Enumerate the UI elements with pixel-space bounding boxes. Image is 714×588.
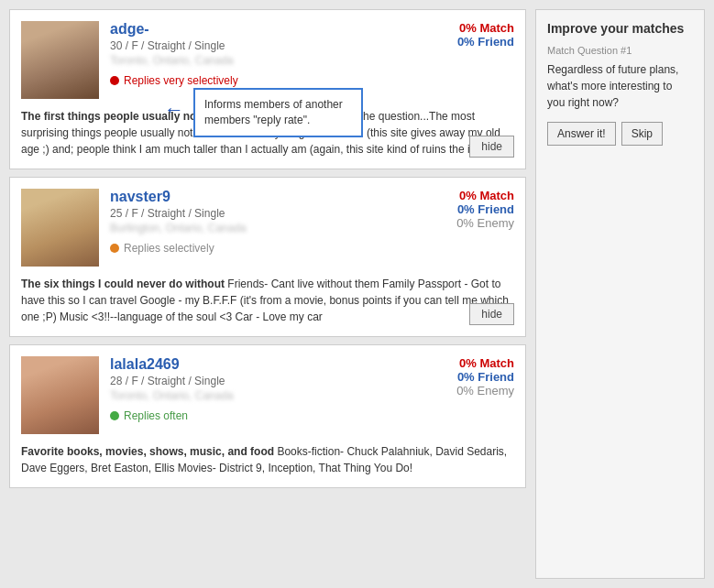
profile-name-link[interactable]: navster9: [110, 189, 170, 204]
profile-header: navster9 25 / F / Straight / Single Burl…: [21, 189, 514, 267]
skip-button[interactable]: Skip: [621, 122, 663, 146]
reply-status: Replies often: [110, 409, 412, 422]
profile-bio: Favorite books, movies, shows, music, an…: [21, 443, 514, 476]
reply-status: Replies selectively: [110, 242, 412, 255]
avatar[interactable]: [21, 356, 99, 434]
friend-percent: 0% Friend: [423, 370, 514, 384]
hide-button[interactable]: hide: [469, 303, 514, 325]
profile-details: 30 / F / Straight / Single: [110, 39, 412, 52]
profile-header: lalala2469 28 / F / Straight / Single To…: [21, 356, 514, 434]
reply-dot: [110, 76, 119, 85]
tooltip-box: Informs members of another members "repl…: [193, 88, 363, 137]
match-percent: 0% Match: [423, 189, 514, 202]
profile-name-link[interactable]: lalala2469: [110, 356, 180, 372]
sidebar: Improve your matches Match Question #1 R…: [535, 9, 705, 579]
avatar[interactable]: [21, 21, 99, 99]
reply-status-text: Replies selectively: [124, 242, 214, 255]
profile-info: navster9 25 / F / Straight / Single Burl…: [110, 189, 412, 267]
answer-button[interactable]: Answer it!: [547, 122, 616, 146]
reply-status: Replies very selectively: [110, 74, 412, 87]
profile-name-link[interactable]: adge-: [110, 21, 149, 37]
friend-percent: 0% Friend: [423, 202, 514, 216]
match-stats: 0% Match 0% Friend 0% Enemy: [423, 189, 514, 267]
sidebar-title: Improve your matches: [547, 21, 693, 36]
profile-details: 28 / F / Straight / Single: [110, 375, 412, 387]
reply-dot: [110, 411, 119, 420]
reply-status-text: Replies very selectively: [124, 74, 238, 87]
location-text: Burlington, Ontario, Canada: [110, 222, 247, 234]
profile-card: lalala2469 28 / F / Straight / Single To…: [9, 344, 526, 488]
reply-status-text: Replies often: [124, 409, 188, 422]
profile-details: 25 / F / Straight / Single: [110, 207, 412, 220]
reply-dot: [110, 244, 119, 253]
avatar[interactable]: [21, 189, 99, 267]
tooltip-text: Informs members of another members "repl…: [204, 98, 343, 126]
profile-location: Toronto, Ontario, Canada: [110, 389, 412, 402]
match-stats: 0% Match 0% Friend 0% Enemy: [423, 356, 514, 434]
match-question-label: Match Question #1: [547, 45, 693, 56]
profile-info: lalala2469 28 / F / Straight / Single To…: [110, 356, 412, 434]
profile-location: Burlington, Ontario, Canada: [110, 222, 412, 234]
friend-percent: 0% Friend: [423, 35, 514, 49]
arrow-indicator: ←: [164, 98, 184, 122]
sidebar-buttons: Answer it! Skip: [547, 122, 693, 146]
profile-card: adge- 30 / F / Straight / Single Toronto…: [9, 9, 526, 169]
match-percent: 0% Match: [423, 356, 514, 370]
profile-card: navster9 25 / F / Straight / Single Burl…: [9, 177, 526, 337]
match-stats: 0% Match 0% Friend: [423, 21, 514, 99]
bio-label: The six things I could never do without: [21, 278, 225, 290]
profile-location: Toronto, Ontario, Canada: [110, 54, 412, 67]
hide-button[interactable]: hide: [469, 136, 514, 158]
profiles-list: adge- 30 / F / Straight / Single Toronto…: [9, 9, 526, 579]
profile-bio: The six things I could never do without …: [21, 276, 514, 325]
location-text: Toronto, Ontario, Canada: [110, 389, 234, 402]
question-text: Regardless of future plans, what's more …: [547, 61, 693, 111]
bio-label: Favorite books, movies, shows, music, an…: [21, 445, 274, 458]
enemy-percent: 0% Enemy: [423, 384, 514, 397]
enemy-percent: 0% Enemy: [423, 216, 514, 230]
location-text: Toronto, Ontario, Canada: [110, 54, 234, 67]
match-percent: 0% Match: [423, 21, 514, 35]
